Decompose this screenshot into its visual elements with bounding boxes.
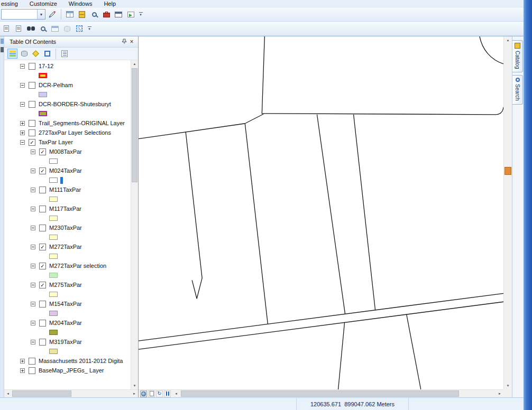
layer-checkbox[interactable] [39,187,46,193]
layer-item-row[interactable]: − M111TaxPar [4,185,131,194]
data-view-button[interactable] [140,390,147,397]
layer-checkbox[interactable]: ✓ [39,244,46,250]
layer-label[interactable]: DCR-BORDER-Shutesburyt [39,101,111,107]
go-to-xy-icon[interactable] [50,23,60,34]
layer-label[interactable]: TaxPar Layer [39,139,73,145]
legend-swatch[interactable] [49,254,58,259]
layer-checkbox[interactable] [39,301,46,308]
expander-icon[interactable]: + [20,359,25,364]
layer-label[interactable]: Massachusetts 2011-2012 Digita [39,358,123,364]
catalog-window-icon[interactable] [77,9,87,20]
pause-drawing-button[interactable] [164,390,171,397]
scroll-track[interactable] [12,390,131,397]
expander-icon[interactable]: − [20,83,25,88]
layer-checkbox[interactable] [39,225,46,231]
expander-icon[interactable]: − [31,264,35,268]
toolbar-overflow-icon[interactable]: ▾ [137,8,144,20]
layer-item-row[interactable]: − ✓ TaxPar Layer [4,137,131,147]
layer-item-row[interactable]: − ✓ M008TaxPar [4,147,131,156]
legend-swatch[interactable] [49,292,58,297]
legend-swatch[interactable] [39,73,47,78]
modelbuilder-icon[interactable] [125,9,136,20]
layer-label[interactable]: M008TaxPar [49,148,82,155]
expander-icon[interactable]: − [31,150,35,154]
feature-template-combo[interactable]: ▼ [1,9,45,20]
scroll-track[interactable] [180,390,496,397]
expander-icon[interactable]: − [31,169,35,173]
fixed-zoom-in-icon[interactable] [1,23,12,34]
map-view[interactable]: ▲ ▼ ↻ ◄ ► [139,36,512,397]
layer-label[interactable]: M319TaxPar [49,339,82,345]
layer-item-row[interactable]: − M204TaxPar [4,318,131,328]
python-window-icon[interactable] [113,9,124,20]
layer-checkbox[interactable]: ✓ [39,263,46,269]
scroll-thumb[interactable] [505,167,511,175]
tab-search[interactable]: Search [512,75,523,105]
list-by-source-icon[interactable] [19,49,29,59]
layer-item-row[interactable]: − ✓ M275TaxPar [4,280,131,290]
tab-catalog[interactable]: Catalog [512,40,523,72]
scroll-right-icon[interactable]: ► [496,390,503,397]
list-by-drawing-order-icon[interactable] [7,49,17,59]
scroll-left-icon[interactable]: ◄ [4,390,12,397]
layer-checkbox[interactable] [29,63,35,70]
pin-icon[interactable] [121,39,128,45]
map-vertical-scrollbar[interactable]: ▲ ▼ [503,36,512,389]
layer-item-row[interactable]: + BaseMap_JPEGs_ Layer [4,366,131,375]
menu-windows[interactable]: Windows [63,1,98,7]
layer-label[interactable]: 272TaxPar Layer Selections [39,129,111,136]
layer-item-row[interactable]: + 272TaxPar Layer Selections [4,128,131,137]
editor-sketch-icon[interactable] [47,9,58,20]
legend-swatch[interactable] [49,235,58,240]
search-window-icon[interactable] [89,9,99,20]
layer-item-row[interactable]: + Trail_Segments-ORIGINAL Layer [4,118,131,128]
refresh-view-button[interactable]: ↻ [156,390,163,397]
legend-swatch[interactable] [49,216,58,221]
layer-item-row[interactable]: − DCR-Pelham [4,80,131,90]
layer-label[interactable]: Trail_Segments-ORIGINAL Layer [39,120,125,126]
expander-icon[interactable]: − [31,340,35,344]
scroll-down-icon[interactable]: ▼ [504,382,512,389]
layer-item-row[interactable]: − DCR-BORDER-Shutesburyt [4,99,131,109]
legend-swatch[interactable] [49,159,58,164]
layer-label[interactable]: M117TaxPar [49,206,81,212]
scroll-thumb[interactable] [12,390,71,397]
layer-item-row[interactable]: − M117TaxPar [4,204,131,213]
attribute-table-icon[interactable] [65,9,75,20]
layer-label[interactable]: M154TaxPar [49,301,82,307]
scroll-thumb[interactable] [132,68,137,182]
find-route-icon[interactable] [38,23,48,34]
layer-label[interactable]: M111TaxPar [49,187,81,193]
chevron-down-icon[interactable]: ▼ [37,10,45,19]
menu-help[interactable]: Help [98,1,122,7]
scroll-thumb[interactable] [181,390,459,397]
scroll-track[interactable] [504,44,512,382]
toc-vertical-scrollbar[interactable]: ▲ ▼ [131,60,138,389]
toolbar-overflow-icon[interactable]: ▾ [86,23,93,34]
menu-customize[interactable]: Customize [24,1,63,7]
toc-options-icon[interactable] [59,49,69,59]
docked-window-edge[interactable] [524,0,532,410]
layer-checkbox[interactable] [29,358,35,365]
layer-label[interactable]: DCR-Pelham [39,82,73,88]
layer-item-row[interactable]: − ✓ M272TaxPar selection [4,261,131,271]
legend-swatch[interactable] [49,330,58,335]
legend-swatch[interactable] [49,311,58,316]
list-by-selection-icon[interactable] [42,49,52,59]
layer-checkbox[interactable] [29,101,35,108]
legend-swatch[interactable] [49,197,58,202]
legend-swatch[interactable] [39,92,47,97]
expander-icon[interactable]: − [20,64,25,69]
expander-icon[interactable]: + [20,368,25,373]
layer-item-row[interactable]: − 17-12 [4,61,131,71]
layer-checkbox[interactable] [39,206,46,212]
scroll-down-icon[interactable]: ▼ [131,382,138,389]
expander-icon[interactable]: − [31,245,35,249]
scroll-up-icon[interactable]: ▲ [504,36,512,44]
layer-label[interactable]: 17-12 [39,63,53,69]
layer-label[interactable]: M230TaxPar [49,225,82,231]
layer-label[interactable]: M275TaxPar [49,282,82,288]
layer-label[interactable]: M272TaxPar selection [49,263,106,269]
scroll-left-icon[interactable]: ◄ [172,390,180,397]
layer-checkbox[interactable] [39,339,46,346]
